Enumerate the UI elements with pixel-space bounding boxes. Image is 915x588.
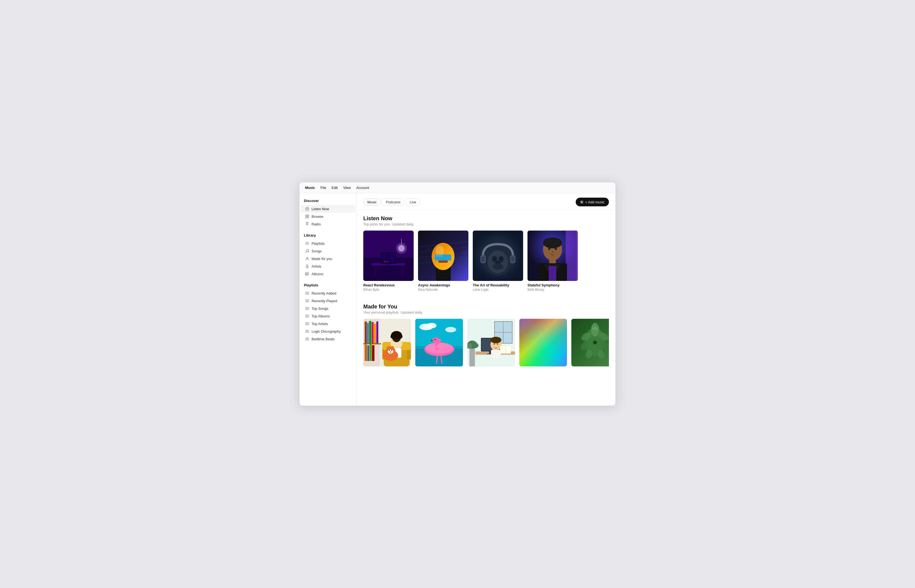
- sidebar-item-artists[interactable]: Artists: [301, 262, 356, 270]
- made-cover-3: [467, 319, 515, 367]
- svg-point-79: [501, 257, 502, 258]
- svg-point-133: [390, 351, 391, 352]
- made-card-1[interactable]: [363, 319, 411, 368]
- svg-rect-86: [481, 257, 485, 262]
- svg-rect-69: [436, 255, 443, 257]
- svg-point-81: [496, 262, 498, 263]
- grid-icon: [305, 214, 309, 219]
- tab-live[interactable]: Live: [406, 199, 420, 206]
- svg-marker-1: [307, 208, 308, 210]
- microphone-icon: [305, 264, 309, 268]
- svg-point-82: [498, 262, 500, 263]
- svg-point-139: [445, 327, 456, 333]
- tab-podcasts[interactable]: Podcasts: [382, 199, 404, 206]
- sidebar-item-radio[interactable]: Radio: [301, 220, 356, 228]
- sidebar-item-top-songs[interactable]: Top Songs: [301, 305, 356, 312]
- svg-point-178: [591, 323, 599, 336]
- list-icon: [305, 241, 309, 246]
- menu-music[interactable]: Music: [305, 186, 315, 190]
- made-cover-1: [363, 319, 411, 367]
- play-circle-icon: [305, 207, 309, 211]
- album-card-react-rendezvous[interactable]: 09:57 React Rendezvous Ethan Byte: [363, 231, 414, 292]
- menu-account[interactable]: Account: [356, 186, 369, 190]
- album-card-art-of-reusability[interactable]: The Art of Reusability Lena Logic: [473, 231, 523, 292]
- album-grid: 09:57 React Rendezvous Ethan Byte: [363, 231, 609, 292]
- album-artist-async-awakenings: Nina Netcode: [418, 288, 469, 292]
- svg-point-143: [435, 339, 436, 340]
- menu-file[interactable]: File: [320, 186, 326, 190]
- music-note-icon: [305, 249, 309, 253]
- made-card-4[interactable]: [519, 319, 567, 368]
- made-cover-2: [415, 319, 463, 367]
- svg-point-13: [307, 257, 308, 258]
- sidebar-item-songs[interactable]: Songs: [301, 247, 356, 255]
- svg-point-123: [391, 334, 395, 339]
- menu-edit[interactable]: Edit: [332, 186, 338, 190]
- tab-music[interactable]: Music: [363, 199, 381, 206]
- album-name-art-of-reusability: The Art of Reusability: [473, 283, 523, 287]
- listen-now-section: Listen Now Top picks for you. Updated da…: [357, 210, 616, 292]
- made-for-you-grid: [363, 319, 609, 368]
- menu-view[interactable]: View: [343, 186, 351, 190]
- sidebar-item-listen-now[interactable]: Listen Now: [301, 205, 356, 213]
- svg-rect-18: [306, 272, 309, 275]
- sidebar-item-bedtime-beats[interactable]: Bedtime Beats: [301, 335, 356, 343]
- svg-rect-44: [374, 265, 375, 276]
- sidebar-item-recently-played[interactable]: Recently Played: [301, 297, 356, 305]
- album-card-stateful-symphony[interactable]: Stateful Symphony Beth Binary: [527, 231, 578, 292]
- sidebar-item-top-artists[interactable]: Top Artists: [301, 320, 356, 328]
- sidebar-item-top-albums[interactable]: Top Albums: [301, 312, 356, 320]
- album-artist-art-of-reusability: Lena Logic: [473, 288, 523, 292]
- svg-point-52: [398, 245, 405, 252]
- listen-now-subtitle: Top picks for you. Updated daily.: [363, 222, 609, 226]
- sidebar-item-playlists[interactable]: Playlists: [301, 239, 356, 247]
- sidebar-item-browse[interactable]: Browse: [301, 213, 356, 220]
- svg-rect-87: [511, 257, 515, 262]
- tabs: Music Podcasts Live: [363, 199, 420, 206]
- sidebar-item-recently-added[interactable]: Recently Added: [301, 289, 356, 297]
- svg-rect-2: [306, 215, 307, 216]
- list-bullet-5-icon: [305, 321, 309, 326]
- svg-point-138: [427, 323, 436, 328]
- add-music-button[interactable]: ⊕ + Add music: [576, 198, 609, 206]
- svg-rect-5: [307, 217, 309, 218]
- made-for-you-section: Made for You Your personal playlists. Up…: [357, 298, 616, 374]
- svg-rect-106: [367, 323, 369, 343]
- svg-rect-113: [367, 346, 369, 361]
- svg-point-6: [307, 223, 308, 225]
- svg-rect-45: [401, 265, 403, 276]
- person-icon: [305, 257, 309, 261]
- sidebar-item-made-for-you[interactable]: Made for you: [301, 255, 356, 262]
- listen-now-title: Listen Now: [363, 215, 609, 221]
- svg-point-142: [432, 337, 439, 343]
- svg-rect-171: [519, 319, 567, 367]
- content-area: Music Podcasts Live ⊕ + Add music Listen…: [357, 193, 616, 405]
- made-cover-4: [519, 319, 567, 367]
- album-cover-stateful-symphony: [527, 231, 578, 281]
- svg-rect-152: [469, 346, 475, 367]
- album-artist-react-rendezvous: Ethan Byte: [363, 288, 414, 292]
- made-card-3[interactable]: [467, 319, 515, 368]
- sidebar-item-logic-discography[interactable]: Logic Discography: [301, 328, 356, 335]
- list-bullet-icon: [305, 291, 309, 296]
- album-card-async-awakenings[interactable]: Async Awakenings Nina Netcode: [418, 231, 469, 292]
- album-name-stateful-symphony: Stateful Symphony: [527, 283, 578, 287]
- svg-point-83: [492, 263, 503, 270]
- playlists-section: Playlists Recently Added: [299, 283, 356, 343]
- svg-rect-112: [365, 345, 367, 361]
- list-bullet-7-icon: [305, 337, 309, 341]
- svg-point-91: [543, 237, 562, 248]
- radio-icon: [305, 222, 309, 226]
- svg-marker-10: [308, 243, 309, 244]
- made-card-2[interactable]: [415, 319, 463, 368]
- sidebar-item-albums[interactable]: Albums: [301, 270, 356, 278]
- svg-rect-109: [374, 324, 376, 343]
- discover-title: Discover: [299, 199, 356, 205]
- svg-rect-163: [491, 350, 501, 358]
- svg-point-168: [494, 344, 495, 344]
- svg-rect-70: [438, 260, 448, 263]
- svg-rect-115: [372, 345, 375, 361]
- library-title: Library: [299, 233, 356, 239]
- made-card-5[interactable]: [571, 319, 609, 368]
- svg-point-12: [308, 251, 309, 252]
